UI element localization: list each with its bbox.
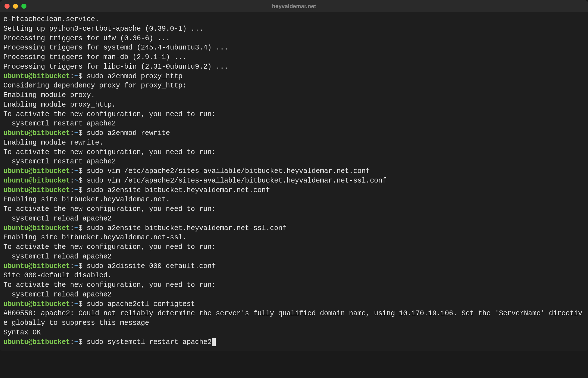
terminal-prompt-line: ubuntu@bitbucket:~$ sudo a2ensite bitbuc… [3,186,585,195]
terminal-prompt-line: ubuntu@bitbucket:~$ sudo vim /etc/apache… [3,176,585,186]
output-text: systemctl restart apache2 [3,120,116,128]
minimize-icon[interactable] [13,4,18,9]
output-text: systemctl reload apache2 [3,291,112,299]
output-text: To activate the new configuration, you n… [3,205,216,213]
terminal-prompt-line: ubuntu@bitbucket:~$ sudo apache2ctl conf… [3,300,585,309]
terminal-output-line: Enabling site bitbucket.heyvaldemar.net. [3,195,585,204]
prompt-path: ~ [74,300,78,308]
command-text: sudo systemctl restart apache2 [87,338,212,346]
prompt-user-host: ubuntu@bitbucket [3,129,70,137]
terminal-output-line: Enabling module proxy_http. [3,100,585,110]
terminal-output-line: systemctl reload apache2 [3,290,585,300]
terminal-output-line: Setting up python3-certbot-apache (0.39.… [3,24,585,34]
prompt-dollar: $ [78,300,87,308]
window-title: heyvaldemar.net [272,3,316,10]
output-text: To activate the new configuration, you n… [3,148,216,156]
maximize-icon[interactable] [21,4,26,9]
prompt-colon: : [70,338,74,346]
terminal-output-line: To activate the new configuration, you n… [3,148,585,157]
prompt-colon: : [70,72,74,80]
prompt-path: ~ [74,72,78,80]
prompt-colon: : [70,262,74,270]
output-text: Enabling module rewrite. [3,139,103,147]
terminal-output-line: To activate the new configuration, you n… [3,242,585,252]
output-text: Syntax OK [3,328,41,337]
terminal-content[interactable]: e-htcacheclean.service.Setting up python… [0,12,588,351]
terminal-output-line: systemctl reload apache2 [3,252,585,262]
close-icon[interactable] [5,4,10,9]
output-text: systemctl reload apache2 [3,253,112,261]
terminal-window: heyvaldemar.net e-htcacheclean.service.S… [0,0,588,351]
prompt-user-host: ubuntu@bitbucket [3,177,70,185]
prompt-path: ~ [74,167,78,175]
prompt-user-host: ubuntu@bitbucket [3,338,70,346]
output-text: AH00558: apache2: Could not reliably det… [3,309,582,327]
output-text: To activate the new configuration, you n… [3,243,216,251]
output-text: Enabling module proxy. [3,91,95,99]
prompt-user-host: ubuntu@bitbucket [3,167,70,175]
prompt-path: ~ [74,186,78,194]
command-text: sudo a2dissite 000-default.conf [87,262,216,270]
output-text: systemctl restart apache2 [3,158,116,166]
output-text: systemctl reload apache2 [3,215,112,223]
terminal-output-line: Considering dependency proxy for proxy_h… [3,81,585,91]
prompt-path: ~ [74,262,78,270]
output-text: Considering dependency proxy for proxy_h… [3,82,187,90]
terminal-output-line: Enabling site bitbucket.heyvaldemar.net-… [3,233,585,242]
prompt-dollar: $ [78,177,87,185]
command-text: sudo apache2ctl configtest [87,300,195,308]
prompt-dollar: $ [78,186,87,194]
terminal-output-line: Processing triggers for systemd (245.4-4… [3,43,585,53]
terminal-output-line: Enabling module rewrite. [3,138,585,148]
prompt-colon: : [70,129,74,137]
output-text: To activate the new configuration, you n… [3,110,216,118]
command-text: sudo a2ensite bitbucket.heyvaldemar.net-… [87,224,287,232]
prompt-user-host: ubuntu@bitbucket [3,186,70,194]
output-text: Processing triggers for ufw (0.36-6) ... [3,34,170,42]
output-text: Processing triggers for systemd (245.4-4… [3,44,228,52]
output-text: Setting up python3-certbot-apache (0.39.… [3,25,203,33]
terminal-output-line: Processing triggers for ufw (0.36-6) ... [3,34,585,43]
prompt-dollar: $ [78,167,87,175]
prompt-user-host: ubuntu@bitbucket [3,300,70,308]
terminal-prompt-line: ubuntu@bitbucket:~$ sudo a2ensite bitbuc… [3,224,585,233]
prompt-dollar: $ [78,72,87,80]
terminal-output-line: AH00558: apache2: Could not reliably det… [3,309,585,328]
prompt-colon: : [70,186,74,194]
terminal-prompt-line: ubuntu@bitbucket:~$ sudo a2enmod rewrite [3,129,585,138]
command-text: sudo a2enmod proxy_http [87,72,182,80]
command-text: sudo a2ensite bitbucket.heyvaldemar.net.… [87,186,270,194]
prompt-user-host: ubuntu@bitbucket [3,262,70,270]
prompt-path: ~ [74,224,78,232]
terminal-output-line: Processing triggers for libc-bin (2.31-0… [3,62,585,72]
prompt-colon: : [70,224,74,232]
prompt-path: ~ [74,129,78,137]
output-text: Enabling site bitbucket.heyvaldemar.net. [3,195,170,204]
terminal-output-line: systemctl restart apache2 [3,157,585,166]
terminal-prompt-line: ubuntu@bitbucket:~$ sudo a2enmod proxy_h… [3,72,585,81]
cursor-icon [212,338,216,346]
terminal-output-line: To activate the new configuration, you n… [3,204,585,214]
command-text: sudo vim /etc/apache2/sites-available/bi… [87,177,387,185]
prompt-dollar: $ [78,338,87,346]
prompt-dollar: $ [78,129,87,137]
terminal-output-line: e-htcacheclean.service. [3,15,585,24]
prompt-dollar: $ [78,224,87,232]
terminal-output-line: systemctl restart apache2 [3,119,585,129]
terminal-output-line: To activate the new configuration, you n… [3,110,585,119]
terminal-output-line: Site 000-default disabled. [3,271,585,280]
prompt-path: ~ [74,338,78,346]
output-text: Processing triggers for man-db (2.9.1-1)… [3,53,187,61]
prompt-dollar: $ [78,262,87,270]
output-text: Enabling module proxy_http. [3,101,116,109]
terminal-prompt-line: ubuntu@bitbucket:~$ sudo a2dissite 000-d… [3,262,585,271]
prompt-colon: : [70,167,74,175]
prompt-colon: : [70,177,74,185]
terminal-output-line: Processing triggers for man-db (2.9.1-1)… [3,53,585,62]
output-text: e-htcacheclean.service. [3,15,99,23]
command-text: sudo vim /etc/apache2/sites-available/bi… [87,167,370,175]
prompt-colon: : [70,300,74,308]
terminal-prompt-line: ubuntu@bitbucket:~$ sudo vim /etc/apache… [3,166,585,176]
output-text: Site 000-default disabled. [3,271,112,280]
terminal-output-line: Enabling module proxy. [3,91,585,100]
